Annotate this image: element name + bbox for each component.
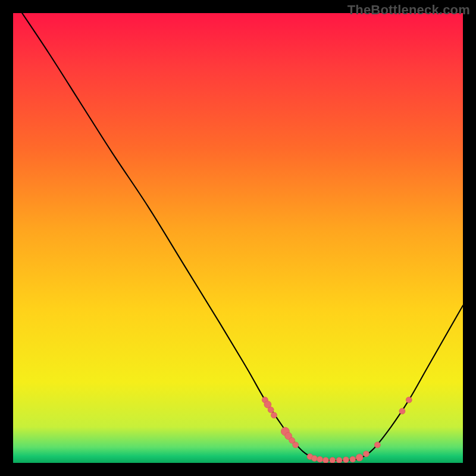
curve-marker <box>330 457 336 463</box>
curve-marker <box>312 455 318 461</box>
bottleneck-curve-chart <box>13 13 463 463</box>
curve-marker <box>271 412 277 418</box>
curve-marker <box>336 457 342 463</box>
curve-marker <box>322 457 328 463</box>
curve-marker <box>343 457 349 463</box>
curve-marker <box>356 454 363 461</box>
chart-container: TheBottleneck.com <box>0 0 476 476</box>
curve-marker <box>363 451 369 457</box>
curve-marker <box>293 442 299 448</box>
curve-marker <box>268 407 274 413</box>
curve-marker <box>350 456 356 462</box>
curve-marker <box>317 456 323 462</box>
curve-marker <box>374 442 380 448</box>
curve-marker <box>399 408 405 414</box>
curve-marker <box>406 397 412 403</box>
attribution-label: TheBottleneck.com <box>347 2 470 18</box>
plot-background <box>13 13 463 463</box>
